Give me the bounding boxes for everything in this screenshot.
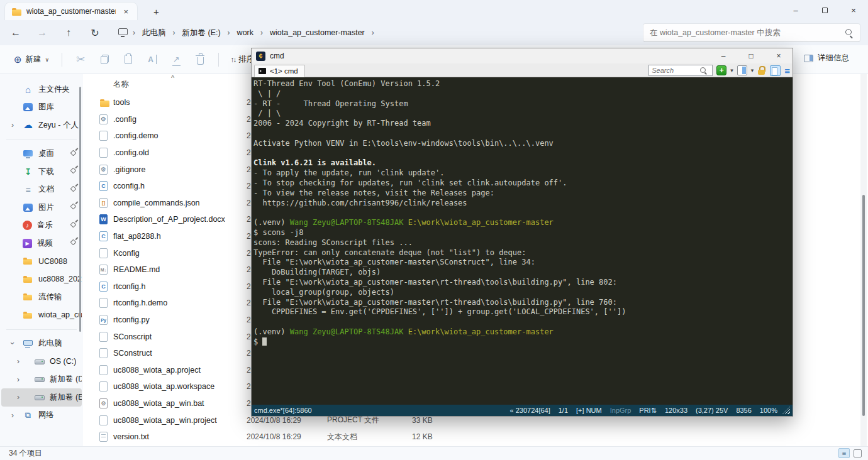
tab-close-icon[interactable]: × [121,7,131,16]
minimize-button[interactable]: – [781,0,810,20]
sidebar-item[interactable]: ›新加卷 (E:) [1,388,82,407]
chevron-right-icon[interactable]: › [15,393,21,402]
lock-icon[interactable] [757,66,766,75]
terminal-maximize-button[interactable]: □ [737,48,765,63]
terminal-line: File "E:\work\wiota_ap_customer-master\r… [253,278,793,288]
sidebar-item[interactable]: ♪音乐 [1,217,82,235]
resize-grip[interactable] [782,407,790,414]
sidebar-item[interactable]: 桌面 [1,145,82,163]
conemu-search-input[interactable] [649,67,699,74]
breadcrumb-item[interactable]: wiota_ap_customer-master [265,26,369,39]
rename-button[interactable]: A [140,49,164,70]
new-tab-button[interactable]: + [148,3,164,20]
share-button[interactable]: ↗ [164,49,188,70]
copy-button[interactable] [92,49,116,70]
sidebar-item[interactable]: ⌂主文件夹 [1,80,82,99]
sidebar-item[interactable]: ›⧉网络 [1,407,82,425]
sidebar-item[interactable]: uc8088_20231 [1,270,82,288]
breadcrumb-item[interactable]: work [233,26,258,39]
sidebar-item-label: 图库 [38,102,54,112]
up-button[interactable]: ↑ [58,23,79,42]
forward-button[interactable]: → [31,23,53,42]
terminal-line: / | \ [253,109,793,119]
sidebar-item[interactable]: ▶视频 [1,234,82,253]
sidebar-item[interactable]: ›OS (C:) [1,353,82,371]
terminal-line: \ | / [253,89,793,99]
file-scrollbar-thumb[interactable] [862,195,865,416]
file-name: cconfig.h [113,182,145,190]
sidebar-item[interactable]: ›☁Zeyu - 个人 [1,116,82,134]
explorer-tab[interactable]: wiota_ap_customer-master × [5,3,137,20]
sidebar-item[interactable]: 流传输 [1,288,82,307]
paste-button[interactable] [116,49,140,70]
search-input[interactable] [643,28,845,37]
terminal-close-button[interactable]: × [765,48,793,63]
explorer-window-controls: – × [781,0,868,20]
file-name-cell: Kconfig [113,249,239,258]
restore-button[interactable] [810,0,839,20]
chevron-right-icon[interactable]: › [15,375,21,384]
terminal-title-bar[interactable]: ¢ cmd – □ × [252,48,793,63]
terminal-text: https://github.com/chrisant996/clink/rel… [253,199,467,207]
back-button[interactable]: ← [5,23,26,42]
details-view-button[interactable]: ≡ [838,448,850,458]
breadcrumb-item[interactable]: 新加卷 (E:) [178,26,225,40]
sidebar-item[interactable]: ↧下载 [1,163,82,181]
terminal-line: RT-Thread Env Tool (ConEmu) Version 1.5.… [253,79,793,89]
delete-button[interactable] [188,49,212,70]
explorer-status-bar: 34 个项目 ≡ [0,446,868,460]
panel-toggle-button[interactable] [770,65,781,76]
search-box[interactable] [643,23,860,42]
terminal-minimize-button[interactable]: – [709,48,737,63]
terminal-line: $ [253,337,793,348]
new-button[interactable]: ⊕ 新建 ∨ [8,50,55,69]
sidebar-item[interactable]: wiota_ap_cust... [1,306,82,324]
chevron-expanded-icon[interactable]: › [8,340,17,346]
sidebar-item[interactable]: UC8088 [1,253,82,271]
file-name: uc8088_wiota_ap_win.project [113,416,217,425]
icons-view-button[interactable] [854,449,862,457]
doc-file-icon [99,148,108,158]
breadcrumb-separator: › [226,28,231,37]
file-name-cell: rtconfig.h.demo [113,298,239,307]
column-header-name[interactable]: 名称 ^ [83,75,129,93]
terminal-title: cmd [270,52,284,60]
terminal-console[interactable]: RT-Thread Env Tool (ConEmu) Version 1.5.… [252,77,793,406]
sidebar-item[interactable]: 图库 [1,99,82,117]
close-button[interactable]: × [839,0,868,20]
conemu-search-box[interactable] [648,65,713,76]
sidebar-item[interactable]: ≡文档 [1,181,82,199]
new-console-dropdown-icon[interactable]: ▾ [730,67,733,74]
sidebar-item[interactable]: ›新加卷 (D:) [1,371,82,389]
new-console-button[interactable]: + [716,65,726,75]
split-pane-button[interactable] [737,65,747,75]
drive-icon [34,392,45,403]
terminal-text: File "E:\work\wiota_ap_customer-master\S… [253,258,535,266]
sidebar-scrollbar[interactable] [79,87,81,332]
conemu-menu-icon[interactable]: ≡ [784,66,790,75]
word-file-icon: W [99,214,108,224]
file-name: rtconfig.py [113,315,150,324]
doc-file-icon [99,248,108,258]
cut-button[interactable]: ✂ [69,49,92,70]
file-name: .config [113,115,136,124]
split-pane-dropdown-icon[interactable]: ▾ [751,67,754,74]
plus-circle-icon: ⊕ [14,54,22,65]
file-icon-cell: W [99,214,108,224]
chevron-right-icon[interactable]: › [9,411,16,420]
details-pane-button[interactable]: 详细信息 [799,49,854,67]
refresh-button[interactable]: ↻ [84,23,106,42]
chevron-right-icon[interactable]: › [15,357,21,366]
txt-file-icon [99,432,108,442]
terminal-tab[interactable]: <1> cmd [254,65,305,77]
sidebar-item[interactable]: 图片 [1,199,82,217]
file-row[interactable]: version.txt2024/10/8 16:29文本文档12 KB [83,429,868,446]
terminal-status-segment: 1/1 [559,407,568,414]
terminal-status-segment: InpGrp [610,407,632,414]
file-name: SConscript [113,332,152,341]
sidebar-item[interactable]: ›此电脑 [1,335,82,353]
breadcrumb-item[interactable]: 此电脑 [138,26,170,40]
chevron-right-icon[interactable]: › [9,121,16,129]
sidebar-item-label: 网络 [38,410,54,420]
terminal-line: Clink v1.6.21 is available. [253,158,793,168]
